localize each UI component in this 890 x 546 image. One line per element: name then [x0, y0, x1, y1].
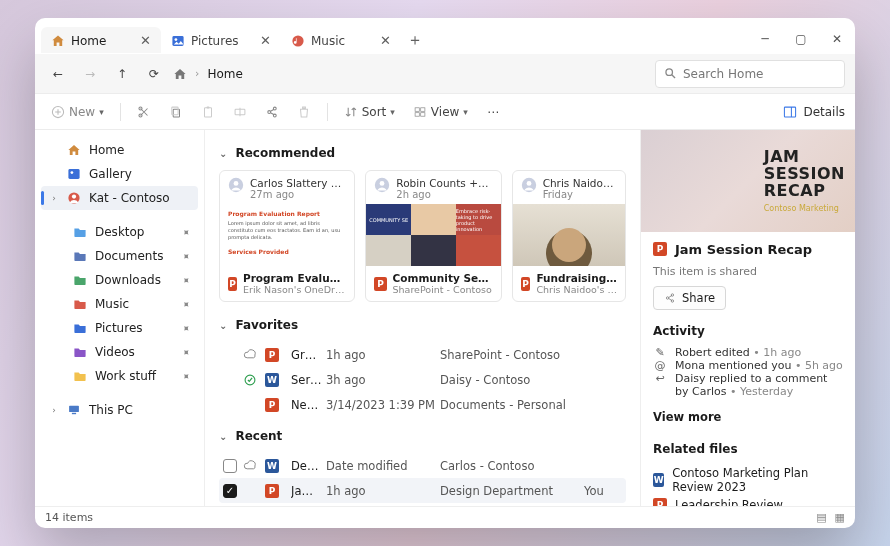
card-sub: 2h ago: [396, 189, 492, 200]
pin-icon[interactable]: ✦: [179, 297, 193, 311]
activity-item: @ Mona mentioned you • 5h ago: [653, 359, 843, 372]
sidebar-item-videos[interactable]: Videos✦: [41, 340, 198, 364]
table-row[interactable]: W Department Write up Date modified Carl…: [219, 453, 626, 478]
sidebar-item-downloads[interactable]: Downloads✦: [41, 268, 198, 292]
more-button[interactable]: ⋯: [480, 99, 506, 125]
sidebar-item-this-pc[interactable]: › This PC: [41, 398, 198, 422]
powerpoint-icon: P: [374, 277, 386, 291]
close-icon[interactable]: ✕: [260, 33, 271, 48]
sidebar-item-pictures[interactable]: Pictures✦: [41, 316, 198, 340]
svg-rect-17: [415, 107, 419, 111]
file-location: Documents - Personal: [440, 398, 580, 412]
chevron-down-icon[interactable]: ⌄: [219, 320, 227, 331]
close-icon[interactable]: ✕: [380, 33, 391, 48]
tab-music[interactable]: Music ✕: [281, 27, 401, 54]
copy-button[interactable]: [163, 99, 189, 125]
svg-line-4: [672, 75, 675, 78]
up-button[interactable]: ↑: [109, 61, 135, 87]
preview-line: RECAP: [764, 183, 845, 200]
table-row[interactable]: ✓ P Jam Session Recap 1h ago Design Depa…: [219, 478, 626, 503]
chevron-down-icon[interactable]: ⌄: [219, 431, 227, 442]
sidebar-item-home[interactable]: Home: [41, 138, 198, 162]
file-date: Date modified: [326, 459, 436, 473]
close-icon[interactable]: ✕: [140, 33, 151, 48]
maximize-button[interactable]: ▢: [783, 24, 819, 54]
powerpoint-icon: P: [265, 348, 279, 362]
new-tab-button[interactable]: ＋: [401, 26, 429, 54]
recommended-card[interactable]: Carlos Slattery mentioned you 27m ago Pr…: [219, 170, 355, 302]
sidebar-item-label: Videos: [95, 345, 135, 359]
related-file[interactable]: PLeadership Review: [653, 496, 843, 506]
card-sub: 27m ago: [250, 189, 346, 200]
chevron-right-icon[interactable]: ›: [49, 193, 59, 203]
file-type-icon: W: [265, 458, 287, 473]
forward-button[interactable]: →: [77, 61, 103, 87]
details-pane-button[interactable]: Details: [783, 105, 845, 119]
search-input[interactable]: Search Home: [655, 60, 845, 88]
view-button[interactable]: View ▾: [407, 101, 474, 123]
delete-button[interactable]: [291, 99, 317, 125]
powerpoint-icon: P: [265, 398, 279, 412]
svg-rect-27: [69, 406, 79, 412]
table-row[interactable]: P Granite Mobile Shopping and Checkout F…: [219, 342, 626, 367]
pin-icon[interactable]: ✦: [179, 369, 193, 383]
recent-list: W Department Write up Date modified Carl…: [219, 453, 626, 506]
close-window-button[interactable]: ✕: [819, 24, 855, 54]
sidebar-item-gallery[interactable]: Gallery: [41, 162, 198, 186]
recommended-card[interactable]: Chris Naidoo recorded Friday P Fundraisi…: [512, 170, 626, 302]
documents-icon: [73, 249, 87, 263]
item-count: 14 items: [45, 511, 93, 524]
sidebar-item-documents[interactable]: Documents✦: [41, 244, 198, 268]
new-label: New: [69, 105, 95, 119]
new-button[interactable]: New ▾: [45, 101, 110, 123]
related-file[interactable]: WContoso Marketing Plan Review 2023: [653, 464, 843, 496]
minimize-button[interactable]: ─: [747, 24, 783, 54]
section-recommended[interactable]: ⌄ Recommended: [219, 146, 626, 160]
word-icon: W: [265, 459, 279, 473]
view-more-link[interactable]: View more: [653, 406, 843, 428]
paste-button[interactable]: [195, 99, 221, 125]
row-checkbox[interactable]: ✓: [223, 484, 237, 498]
recommended-card[interactable]: Robin Counts +4 other edited… 2h ago COM…: [365, 170, 501, 302]
rename-button[interactable]: [227, 99, 253, 125]
pin-icon[interactable]: ✦: [179, 321, 193, 335]
sidebar-item-desktop[interactable]: Desktop✦: [41, 220, 198, 244]
chevron-right-icon[interactable]: ›: [49, 405, 59, 415]
tab-pictures[interactable]: Pictures ✕: [161, 27, 281, 54]
pin-icon[interactable]: ✦: [179, 225, 193, 239]
pin-icon[interactable]: ✦: [179, 345, 193, 359]
svg-rect-19: [415, 112, 419, 116]
activity-heading: Activity: [653, 324, 843, 338]
pin-icon[interactable]: ✦: [179, 273, 193, 287]
avatar-icon: [374, 177, 390, 200]
chevron-down-icon[interactable]: ⌄: [219, 148, 227, 159]
row-checkbox[interactable]: [223, 459, 237, 473]
card-sub: Friday: [543, 189, 617, 200]
sidebar-item-label: Documents: [95, 249, 163, 263]
table-row[interactable]: W Service report 3h ago Daisy - Contoso: [219, 367, 626, 392]
cut-button[interactable]: [131, 99, 157, 125]
share-button[interactable]: [259, 99, 285, 125]
share-button[interactable]: Share: [653, 286, 726, 310]
card-headline: Carlos Slattery mentioned you: [250, 177, 346, 189]
back-button[interactable]: ←: [45, 61, 71, 87]
separator: [120, 103, 121, 121]
table-row[interactable]: P New Team Onboarding 3/14/2023 1:39 PM …: [219, 392, 626, 417]
pin-icon[interactable]: ✦: [179, 249, 193, 263]
refresh-button[interactable]: ⟳: [141, 61, 167, 87]
breadcrumb[interactable]: Home: [207, 67, 242, 81]
view-grid-icon[interactable]: ▦: [835, 511, 845, 524]
sidebar-item-work-stuff[interactable]: Work stuff✦: [41, 364, 198, 388]
sidebar-item-kat-contoso[interactable]: › Kat - Contoso: [41, 186, 198, 210]
folder-icon: [73, 369, 87, 383]
recommended-row: Carlos Slattery mentioned you 27m ago Pr…: [219, 170, 626, 302]
view-list-icon[interactable]: ▤: [816, 511, 826, 524]
sort-button[interactable]: Sort ▾: [338, 101, 401, 123]
address-bar[interactable]: › Home: [173, 67, 649, 81]
section-favorites[interactable]: ⌄ Favorites: [219, 318, 626, 332]
chevron-down-icon: ▾: [463, 107, 468, 117]
tab-home[interactable]: Home ✕: [41, 27, 161, 54]
section-recent[interactable]: ⌄ Recent: [219, 429, 626, 443]
svg-point-32: [380, 181, 385, 186]
sidebar-item-music[interactable]: Music✦: [41, 292, 198, 316]
